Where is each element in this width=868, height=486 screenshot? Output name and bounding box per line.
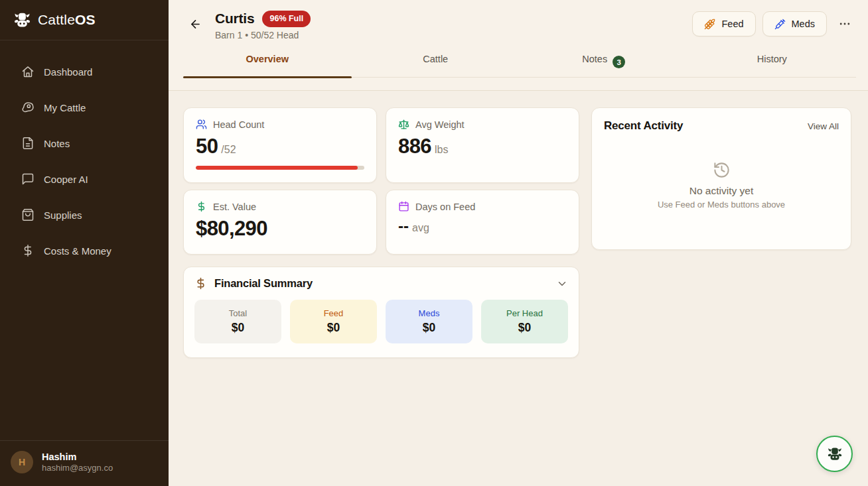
sidebar-item-label: Supplies — [44, 210, 82, 221]
chevron-down-icon — [556, 278, 568, 290]
feed-button[interactable]: Feed — [692, 11, 755, 36]
days-on-feed-unit: avg — [412, 222, 429, 234]
home-icon — [21, 65, 35, 78]
dollar-icon — [21, 244, 35, 257]
page-title: Curtis — [215, 11, 254, 27]
recent-activity-title: Recent Activity — [604, 119, 683, 133]
est-value-card: Est. Value $80,290 — [183, 190, 377, 255]
sidebar-item-label: Cooper AI — [44, 174, 88, 185]
sidebar-item-label: Dashboard — [44, 66, 92, 78]
history-clock-icon — [713, 161, 731, 179]
tab-cattle[interactable]: Cattle — [352, 47, 520, 78]
chat-icon — [21, 172, 35, 186]
stat-label: Head Count — [213, 119, 264, 130]
syringe-icon — [774, 19, 786, 30]
empty-state-title: No activity yet — [689, 185, 753, 197]
sidebar-item-costs-money[interactable]: Costs & Money — [0, 233, 169, 269]
steak-icon — [21, 101, 35, 114]
head-count-card: Head Count 50 /52 — [183, 107, 377, 183]
overview-content: Head Count 50 /52 Avg Weight — [169, 91, 868, 486]
wheat-icon — [704, 19, 715, 30]
sidebar-nav: Dashboard My Cattle Notes Cooper AI Supp… — [0, 40, 169, 269]
fs-feed-box: Feed $0 — [290, 300, 377, 343]
arrow-left-icon — [189, 18, 202, 30]
page-subtitle: Barn 1 • 50/52 Head — [215, 30, 311, 40]
app-name: CattleOS — [38, 12, 96, 28]
sidebar-item-notes[interactable]: Notes — [0, 125, 169, 161]
fs-label: Feed — [324, 308, 344, 318]
fs-value: $0 — [423, 321, 435, 335]
fs-value: $0 — [327, 321, 340, 335]
sidebar-item-label: Costs & Money — [44, 245, 111, 257]
main-area: Curtis 96% Full Barn 1 • 50/52 Head Feed… — [169, 0, 868, 486]
days-on-feed-value: -- — [398, 217, 409, 235]
fs-label: Per Head — [506, 308, 543, 318]
sidebar-item-label: My Cattle — [44, 102, 86, 113]
cow-icon — [827, 446, 843, 462]
stat-label: Est. Value — [213, 202, 256, 212]
fs-per-head-box: Per Head $0 — [481, 300, 568, 343]
app-logo: CattleOS — [0, 0, 169, 40]
tab-notes[interactable]: Notes3 — [520, 47, 688, 78]
stat-label: Avg Weight — [415, 119, 465, 130]
avg-weight-value: 886 — [398, 135, 431, 158]
file-text-icon — [21, 137, 35, 150]
cow-logo-icon — [13, 11, 31, 29]
sidebar-item-my-cattle[interactable]: My Cattle — [0, 90, 169, 125]
sidebar-item-dashboard[interactable]: Dashboard — [0, 54, 169, 90]
financial-summary-card: Financial Summary Total $0 Feed $0 — [183, 267, 579, 358]
fs-total-box: Total $0 — [194, 300, 281, 343]
sidebar-item-supplies[interactable]: Supplies — [0, 197, 169, 233]
meds-button-label: Meds — [792, 19, 815, 29]
fs-label: Total — [229, 308, 247, 318]
head-count-progress — [196, 166, 364, 170]
stat-label: Days on Feed — [415, 202, 475, 212]
financial-summary-toggle[interactable]: Financial Summary — [194, 277, 568, 290]
ellipsis-icon — [838, 17, 851, 30]
sidebar: CattleOS Dashboard My Cattle Notes Coope… — [0, 0, 169, 486]
meds-button[interactable]: Meds — [762, 11, 827, 36]
fs-value: $0 — [232, 321, 244, 335]
view-all-link[interactable]: View All — [808, 121, 839, 131]
dollar-icon — [194, 277, 207, 290]
shopping-bag-icon — [21, 208, 35, 221]
voice-assistant-button[interactable] — [816, 436, 853, 472]
scale-icon — [398, 119, 409, 130]
more-options-button[interactable] — [833, 13, 856, 35]
feed-button-label: Feed — [721, 19, 743, 29]
back-button[interactable] — [183, 12, 207, 36]
notes-count-badge: 3 — [613, 56, 625, 68]
avg-weight-card: Avg Weight 886 lbs — [386, 107, 579, 183]
sidebar-item-cooper-ai[interactable]: Cooper AI — [0, 161, 169, 197]
users-icon — [196, 119, 207, 130]
fs-meds-box: Meds $0 — [386, 300, 472, 343]
avatar: H — [11, 451, 33, 473]
est-value-value: $80,290 — [196, 217, 267, 241]
dollar-icon — [196, 201, 207, 212]
head-count-value: 50 — [196, 135, 218, 158]
page-header: Curtis 96% Full Barn 1 • 50/52 Head Feed… — [169, 0, 868, 91]
recent-activity-card: Recent Activity View All No activity yet… — [591, 107, 851, 250]
avg-weight-unit: lbs — [435, 144, 448, 156]
user-email: hashim@asygn.co — [42, 463, 113, 474]
fs-label: Meds — [419, 308, 440, 318]
calendar-icon — [398, 201, 409, 212]
tab-bar: Overview Cattle Notes3 History — [183, 47, 856, 78]
fs-value: $0 — [518, 321, 531, 335]
capacity-badge: 96% Full — [262, 11, 311, 27]
user-name: Hashim — [42, 451, 113, 463]
empty-state-subtitle: Use Feed or Meds buttons above — [658, 200, 785, 210]
financial-summary-title: Financial Summary — [214, 277, 313, 290]
head-count-total: /52 — [221, 144, 236, 156]
sidebar-item-label: Notes — [44, 138, 70, 149]
days-on-feed-card: Days on Feed -- avg — [386, 190, 579, 255]
user-profile[interactable]: H Hashim hashim@asygn.co — [0, 440, 169, 486]
tab-history[interactable]: History — [688, 47, 857, 78]
head-count-progress-fill — [196, 166, 358, 170]
tab-overview[interactable]: Overview — [183, 47, 352, 78]
activity-empty-state: No activity yet Use Feed or Meds buttons… — [604, 133, 839, 238]
